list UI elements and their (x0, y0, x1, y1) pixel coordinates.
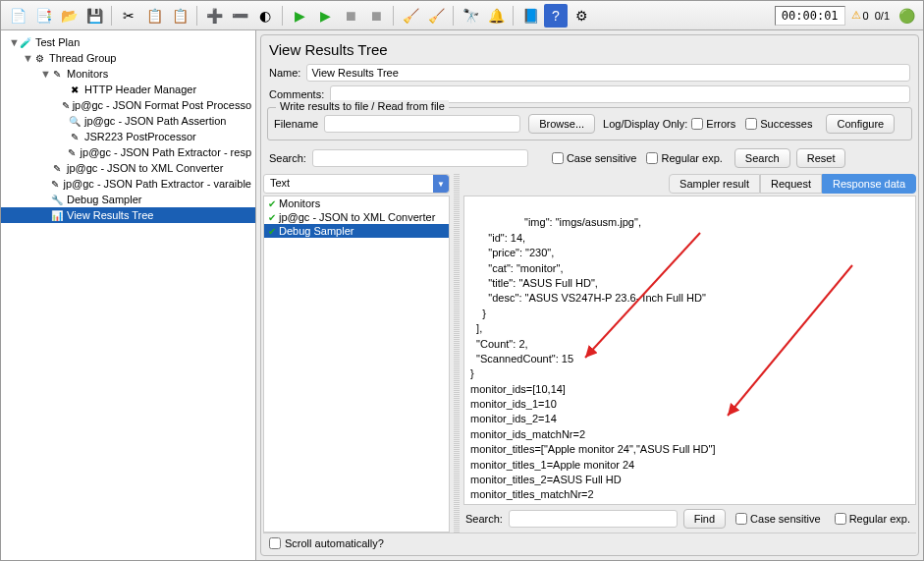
result-item[interactable]: ✔Monitors (264, 196, 449, 210)
new-icon[interactable]: 📄 (6, 4, 29, 28)
search-icon[interactable]: 🔭 (459, 4, 482, 28)
annotation-arrow-2 (720, 260, 857, 422)
copy-icon[interactable]: 📋 (142, 4, 166, 28)
tab-request[interactable]: Request (760, 174, 822, 194)
reset-search-icon[interactable]: 🔔 (484, 4, 508, 28)
tree-item[interactable]: 🔧Debug Sampler (1, 192, 255, 207)
templates-icon[interactable]: 📑 (31, 4, 55, 28)
success-icon: ✔ (268, 198, 276, 209)
tree-item[interactable]: ✎jp@gc - JSON Path Extractor - resp (1, 144, 255, 160)
start-icon[interactable]: ▶ (288, 4, 311, 28)
browse-button[interactable]: Browse... (528, 114, 595, 134)
filename-label: Filename (274, 118, 318, 130)
tree-item[interactable]: 🔍jp@gc - JSON Path Assertion (1, 113, 255, 129)
warning-counter[interactable]: ⚠ 0 (851, 9, 869, 22)
scroll-auto-label: Scroll automatically? (285, 537, 384, 549)
collapse-icon[interactable]: ➖ (228, 4, 251, 28)
svg-line-1 (728, 265, 852, 416)
find-button[interactable]: Find (683, 509, 726, 529)
bottom-search-input[interactable] (509, 510, 678, 528)
search-input[interactable] (312, 149, 528, 167)
shutdown-icon[interactable]: ⏹ (364, 4, 388, 28)
tree-item[interactable]: ✎jp@gc - JSON to XML Converter (1, 160, 255, 176)
name-input[interactable] (306, 64, 910, 82)
gear-icon[interactable]: ⚙ (570, 4, 593, 28)
elapsed-timer: 00:00:01 (775, 6, 845, 26)
response-text-area[interactable]: "img": "imgs/asusm.jpg", "id": 14, "pric… (463, 196, 916, 505)
main-toolbar: 📄 📑 📂 💾 ✂ 📋 📋 ➕ ➖ ◐ ▶ ▶ ⏹ ⏹ 🧹 🧹 🔭 🔔 📘 ? … (1, 1, 923, 30)
clear-icon[interactable]: 🧹 (399, 4, 422, 28)
warning-icon: ⚠ (851, 9, 861, 22)
result-item[interactable]: ✔jp@gc - JSON to XML Converter (264, 210, 449, 224)
log-display-label: Log/Display Only: (603, 118, 687, 130)
result-list[interactable]: ✔Monitors✔jp@gc - JSON to XML Converter✔… (263, 196, 450, 533)
clear-all-icon[interactable]: 🧹 (424, 4, 448, 28)
tree-item[interactable]: ✎jp@gc - JSON Format Post Processo (1, 97, 255, 113)
success-icon: ✔ (268, 212, 276, 223)
filename-input[interactable] (324, 115, 520, 133)
panel-title: View Results Tree (263, 37, 916, 62)
file-fieldset: Write results to file / Read from file F… (267, 107, 912, 140)
errors-checkbox[interactable]: Errors (691, 118, 735, 130)
configure-button[interactable]: Configure (826, 114, 895, 134)
stop-icon[interactable]: ⏹ (339, 4, 362, 28)
bottom-regex-checkbox[interactable]: Regular exp. (835, 513, 910, 525)
regex-checkbox[interactable]: Regular exp. (646, 152, 722, 164)
name-label: Name: (269, 67, 300, 79)
reset-button[interactable]: Reset (796, 148, 846, 168)
search-button[interactable]: Search (734, 148, 790, 168)
tree-item[interactable]: 📊View Results Tree (1, 207, 255, 223)
help-icon[interactable]: ? (544, 4, 568, 28)
success-icon: ✔ (268, 226, 276, 237)
tree-item[interactable]: ✎jp@gc - JSON Path Extractor - varaible (1, 176, 255, 192)
tab-sampler-result[interactable]: Sampler result (669, 174, 760, 194)
search-label: Search: (269, 152, 306, 164)
bottom-search-label: Search: (465, 513, 503, 525)
cut-icon[interactable]: ✂ (117, 4, 140, 28)
scroll-auto-checkbox[interactable] (269, 537, 281, 549)
case-sensitive-checkbox[interactable]: Case sensitive (552, 152, 637, 164)
tree-item[interactable]: ▼⚙Thread Group (1, 50, 255, 66)
open-icon[interactable]: 📂 (57, 4, 81, 28)
expand-icon[interactable]: ➕ (202, 4, 226, 28)
renderer-dropdown[interactable]: Text ▼ (263, 174, 450, 194)
file-legend: Write results to file / Read from file (276, 100, 449, 112)
result-item[interactable]: ✔Debug Sampler (264, 224, 449, 238)
paste-icon[interactable]: 📋 (168, 4, 191, 28)
comments-label: Comments: (269, 88, 324, 100)
result-tabs: Sampler result Request Response data (463, 174, 916, 194)
tree-item[interactable]: ▼🧪Test Plan (1, 34, 255, 50)
tab-response-data[interactable]: Response data (822, 174, 916, 194)
successes-checkbox[interactable]: Successes (745, 118, 812, 130)
tree-item[interactable]: ▼✎Monitors (1, 66, 255, 82)
save-icon[interactable]: 💾 (82, 4, 106, 28)
bottom-case-checkbox[interactable]: Case sensitive (735, 513, 821, 525)
tree-item[interactable]: ✖HTTP Header Manager (1, 82, 255, 97)
chevron-updown-icon: ▼ (433, 175, 449, 193)
tree-item[interactable]: ✎JSR223 PostProcessor (1, 129, 255, 144)
split-handle[interactable] (454, 174, 460, 533)
test-plan-tree[interactable]: ▼🧪Test Plan▼⚙Thread Group▼✎Monitors✖HTTP… (1, 30, 256, 560)
thread-status-icon[interactable]: 🟢 (895, 4, 918, 28)
thread-counter: 0/1 (875, 10, 890, 22)
toggle-icon[interactable]: ◐ (253, 4, 277, 28)
start-no-timers-icon[interactable]: ▶ (313, 4, 337, 28)
results-panel: View Results Tree Name: Comments: Write … (260, 34, 919, 556)
response-text: "img": "imgs/asusm.jpg", "id": 14, "pric… (470, 216, 715, 500)
function-helper-icon[interactable]: 📘 (518, 4, 542, 28)
